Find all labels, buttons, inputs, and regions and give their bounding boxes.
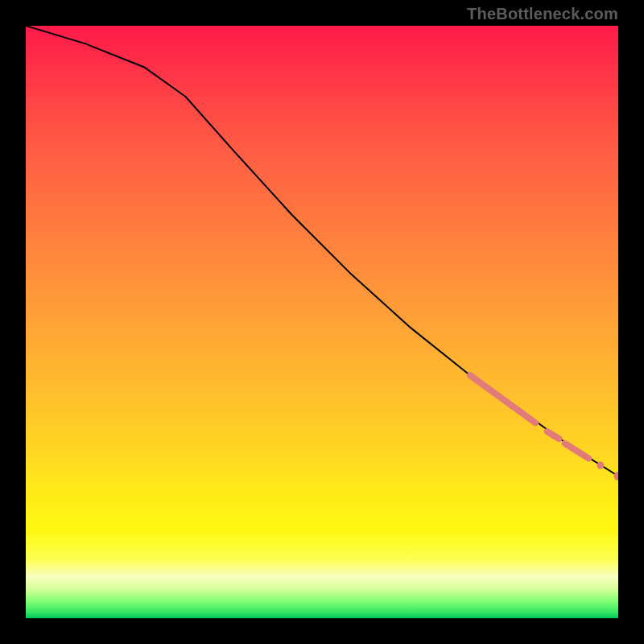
plot-area bbox=[26, 26, 618, 618]
highlight-dot bbox=[597, 462, 604, 469]
highlight-segment bbox=[565, 444, 588, 458]
highlight-segment bbox=[547, 431, 559, 439]
highlight-segment bbox=[470, 375, 535, 423]
chart-container: TheBottleneck.com bbox=[0, 0, 644, 644]
chart-overlay bbox=[26, 26, 618, 618]
watermark-text: TheBottleneck.com bbox=[467, 5, 618, 23]
curve-line bbox=[26, 26, 618, 476]
